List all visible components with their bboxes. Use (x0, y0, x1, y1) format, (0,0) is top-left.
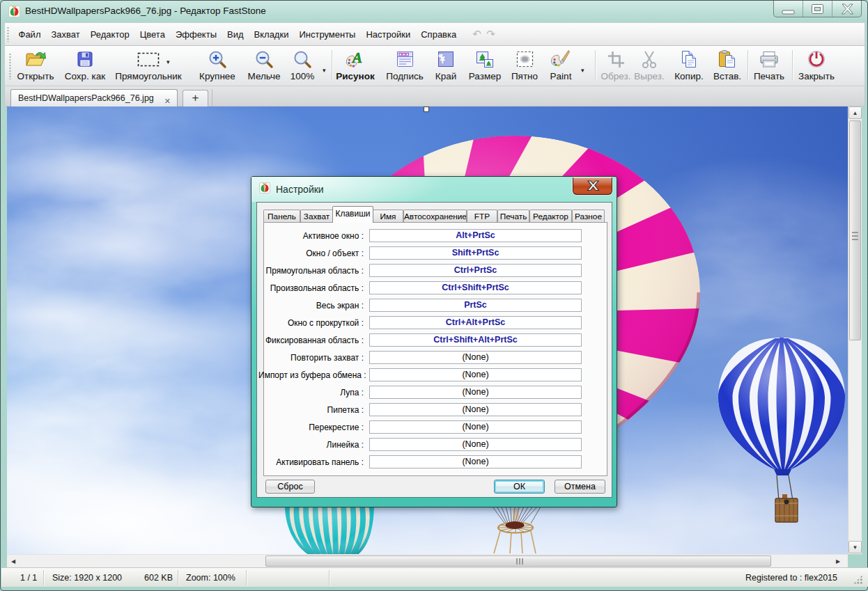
svg-text:A: A (351, 49, 362, 66)
